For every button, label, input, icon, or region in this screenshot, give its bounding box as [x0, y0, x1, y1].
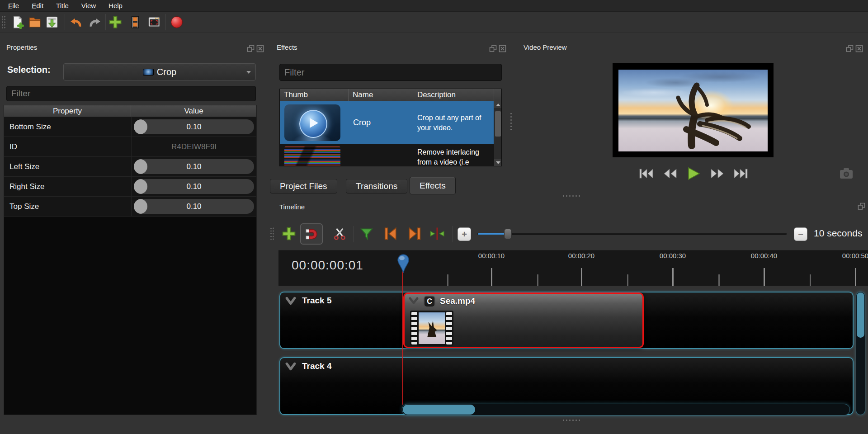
tab-transitions[interactable]: Transitions — [346, 179, 407, 193]
selection-dropdown[interactable]: Crop — [63, 63, 256, 80]
property-value-slider[interactable]: 0.10 — [131, 117, 256, 137]
ruler-label: 00:00:40 — [751, 252, 777, 259]
timeline-vertical-scrollbar[interactable] — [856, 292, 865, 415]
effects-scrollbar[interactable] — [494, 101, 501, 166]
export-video-button[interactable] — [169, 14, 184, 30]
open-project-button[interactable] — [27, 14, 42, 30]
undo-button[interactable] — [68, 14, 83, 30]
property-row-id: ID R4DEIW8F9I — [4, 137, 256, 157]
clip-menu-icon[interactable] — [408, 297, 419, 306]
add-marker-icon — [359, 226, 374, 241]
scrollbar-thumb[interactable] — [403, 405, 475, 415]
playhead-marker[interactable] — [397, 254, 409, 273]
previous-marker-icon — [382, 226, 398, 241]
previous-marker-button[interactable] — [382, 225, 399, 242]
crop-effect-thumbnail — [284, 104, 340, 141]
redo-button[interactable] — [88, 14, 103, 30]
add-track-button[interactable] — [280, 225, 297, 242]
ruler-tick — [447, 274, 448, 286]
zoom-in-button[interactable]: + — [458, 227, 471, 241]
zoom-out-button[interactable]: − — [794, 227, 807, 241]
jump-to-start-button[interactable] — [637, 166, 656, 181]
property-row-left-size: Left Size 0.10 — [4, 157, 256, 177]
add-track-icon — [281, 226, 297, 241]
ruler-label: 00:00:20 — [568, 252, 594, 259]
property-name: Top Size — [4, 197, 131, 216]
column-header-property[interactable]: Property — [4, 105, 131, 117]
effects-float-icon[interactable] — [489, 45, 497, 52]
property-name: Bottom Size — [4, 117, 131, 137]
effect-badge[interactable]: C — [424, 296, 435, 307]
ruler-tick — [581, 268, 582, 286]
column-header-thumb[interactable]: Thumb — [280, 89, 349, 101]
effect-row-deinterlace[interactable]: Remove interlacing from a video (i.e — [280, 144, 494, 166]
track-collapse-icon[interactable] — [285, 296, 297, 306]
property-value-readonly: R4DEIW8F9I — [131, 137, 256, 156]
timeline-toolbar-handle[interactable] — [270, 227, 274, 241]
deinterlace-effect-thumbnail — [284, 146, 340, 166]
properties-filter-input[interactable] — [6, 86, 256, 101]
save-project-button[interactable] — [44, 14, 60, 30]
camera-icon — [840, 168, 853, 179]
properties-close-icon[interactable] — [256, 45, 264, 52]
toolbar-drag-handle[interactable] — [1, 15, 6, 29]
property-name: Right Size — [4, 177, 131, 196]
jump-to-end-icon — [733, 168, 748, 179]
menu-edit[interactable]: Edit — [25, 0, 50, 11]
effect-row-crop[interactable]: Crop Crop out any part of your video. — [280, 101, 494, 144]
column-header-description[interactable]: Description — [413, 89, 494, 101]
playhead-line — [402, 271, 403, 405]
fast-forward-button[interactable] — [708, 166, 727, 181]
toolbar-separator — [165, 14, 166, 30]
horizontal-splitter-handle[interactable] — [562, 194, 581, 198]
vertical-splitter-handle[interactable] — [509, 112, 513, 131]
zoom-slider-handle[interactable] — [504, 229, 512, 239]
play-button[interactable] — [684, 166, 703, 181]
fullscreen-button[interactable] — [146, 14, 162, 30]
effects-filter-input[interactable] — [279, 64, 502, 81]
scroll-down-icon[interactable] — [494, 159, 502, 166]
tab-project-files[interactable]: Project Files — [270, 179, 337, 193]
menu-title[interactable]: Title — [50, 0, 75, 11]
column-header-value[interactable]: Value — [131, 105, 256, 117]
center-playhead-button[interactable] — [429, 225, 446, 242]
timeline-horizontal-scrollbar[interactable] — [402, 404, 850, 415]
zoom-slider[interactable] — [477, 233, 787, 235]
timeline-float-icon[interactable] — [858, 203, 865, 210]
open-project-icon — [28, 15, 42, 29]
scrollbar-thumb[interactable] — [495, 111, 501, 137]
ruler-tick — [764, 268, 765, 286]
scrollbar-thumb[interactable] — [857, 292, 864, 338]
tab-effects[interactable]: Effects — [410, 177, 456, 194]
ruler-tick — [627, 274, 628, 286]
property-value-slider[interactable]: 0.10 — [131, 157, 256, 176]
import-files-button[interactable] — [108, 14, 123, 30]
ruler-label: 00:00:10 — [478, 252, 505, 259]
video-preview-float-icon[interactable] — [846, 45, 854, 52]
snapping-toggle-button[interactable] — [300, 223, 323, 245]
razor-tool-button[interactable] — [331, 225, 349, 242]
bottom-splitter-handle[interactable] — [562, 419, 581, 422]
timeline-ruler[interactable]: 00:00:00:01 00:00:10 00:00:20 00:00:30 0… — [278, 250, 868, 286]
effects-close-icon[interactable] — [499, 45, 506, 52]
property-value-slider[interactable]: 0.10 — [131, 197, 256, 216]
next-marker-button[interactable] — [406, 225, 424, 242]
ruler-tick — [491, 268, 492, 286]
menu-help[interactable]: Help — [102, 0, 129, 11]
properties-float-icon[interactable] — [247, 45, 255, 52]
property-value-slider[interactable]: 0.10 — [131, 177, 256, 196]
choose-profile-button[interactable] — [127, 14, 143, 30]
menu-file[interactable]: File — [2, 0, 25, 11]
new-project-button[interactable] — [10, 14, 25, 30]
scroll-up-icon[interactable] — [494, 101, 502, 108]
video-preview-close-icon[interactable] — [855, 45, 863, 52]
jump-to-end-button[interactable] — [731, 166, 750, 181]
track-collapse-icon[interactable] — [285, 362, 297, 372]
rewind-button[interactable] — [660, 166, 680, 181]
capture-frame-button[interactable] — [836, 166, 856, 181]
driftwood-silhouette — [618, 70, 768, 151]
column-header-name[interactable]: Name — [349, 89, 413, 101]
clip-sea-mp4[interactable]: C Sea.mp4 — [403, 292, 644, 348]
menu-view[interactable]: View — [75, 0, 102, 11]
add-marker-button[interactable] — [358, 225, 375, 242]
